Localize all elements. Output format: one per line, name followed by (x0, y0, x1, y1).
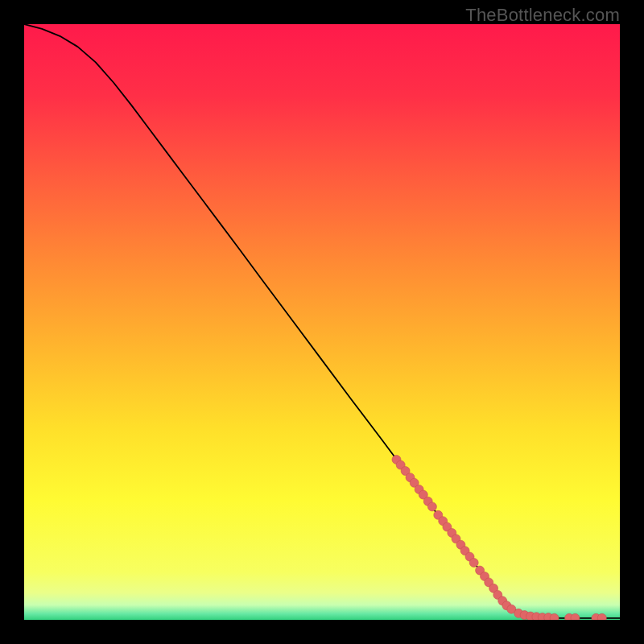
watermark-text: TheBottleneck.com (465, 5, 620, 26)
highlight-dots-group (392, 455, 606, 620)
highlight-dot (427, 502, 436, 511)
plot-area (24, 24, 620, 620)
highlight-dot (469, 558, 478, 567)
chart-svg (24, 24, 620, 620)
bottleneck-curve (24, 24, 620, 618)
chart-frame: TheBottleneck.com (0, 0, 644, 644)
